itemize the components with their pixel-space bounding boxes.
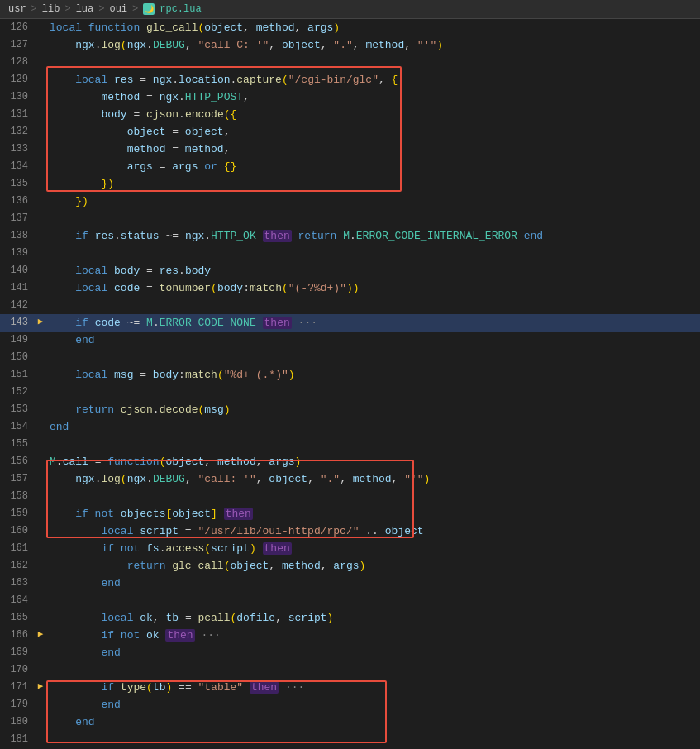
line-132: 132 object = object, [0,123,700,141]
path-oui: oui [109,3,127,15]
line-131: 131 body = cjson.encode({ [0,106,700,123]
line-142: 142 [0,297,700,314]
path-lua: lua [76,3,94,15]
line-139: 139 [0,245,700,262]
line-141: 141 local code = tonumber(body:match("(-… [0,279,700,297]
line-150: 150 [0,349,700,366]
line-154: 154 end [0,418,700,436]
line-169: 169 end [0,644,700,661]
path-usr: usr [8,3,26,15]
path-lib: lib [42,3,60,15]
line-153: 153 return cjson.decode(msg) [0,401,700,418]
line-152: 152 [0,384,700,401]
line-136: 136 }) [0,193,700,210]
lua-file-icon: 🌙 [143,3,155,15]
line-133: 133 method = method, [0,141,700,158]
editor[interactable]: 126 local function glc_call(object, meth… [0,19,700,749]
line-130: 130 method = ngx.HTTP_POST, [0,88,700,106]
line-156: 156 M.call = function(object, method, ar… [0,453,700,470]
line-137: 137 [0,210,700,227]
line-126: 126 local function glc_call(object, meth… [0,19,700,36]
line-161: 161 if not fs.access(script) then [0,540,700,557]
editor-container: 126 local function glc_call(object, meth… [0,19,700,749]
line-157: 157 ngx.log(ngx.DEBUG, "call: '", object… [0,470,700,488]
line-143: 143 ▶ if code ~= M.ERROR_CODE_NONE then … [0,314,700,332]
line-171: 171 ▶ if type(tb) == "table" then ··· [0,679,700,696]
sep2: > [64,3,70,15]
line-155: 155 [0,436,700,453]
sep1: > [31,3,37,15]
line-163: 163 end [0,575,700,592]
line-170: 170 [0,661,700,679]
line-165: 165 local ok, tb = pcall(dofile, script) [0,609,700,627]
line-162: 162 return glc_call(object, method, args… [0,557,700,575]
line-151: 151 local msg = body:match("%d+ (.*)") [0,366,700,384]
line-127: 127 ngx.log(ngx.DEBUG, "call C: '", obje… [0,36,700,54]
line-160: 160 local script = "/usr/lib/oui-httpd/r… [0,522,700,540]
line-129: 129 local res = ngx.location.capture("/c… [0,71,700,88]
filename: rpc.lua [160,3,201,15]
title-bar: usr > lib > lua > oui > 🌙 rpc.lua [0,0,700,19]
sep3: > [98,3,104,15]
line-158: 158 [0,488,700,505]
line-135: 135 }) [0,175,700,193]
line-149: 149 end [0,332,700,349]
line-180: 180 end [0,713,700,731]
line-128: 128 [0,54,700,71]
line-134: 134 args = args or {} [0,158,700,175]
sep4: > [132,3,138,15]
line-181: 181 [0,731,700,748]
line-138: 138 if res.status ~= ngx.HTTP_OK then re… [0,227,700,245]
line-164: 164 [0,592,700,609]
line-166: 166 ▶ if not ok then ··· [0,627,700,644]
line-140: 140 local body = res.body [0,262,700,279]
line-159: 159 if not objects[object] then [0,505,700,522]
line-179: 179 end [0,696,700,713]
